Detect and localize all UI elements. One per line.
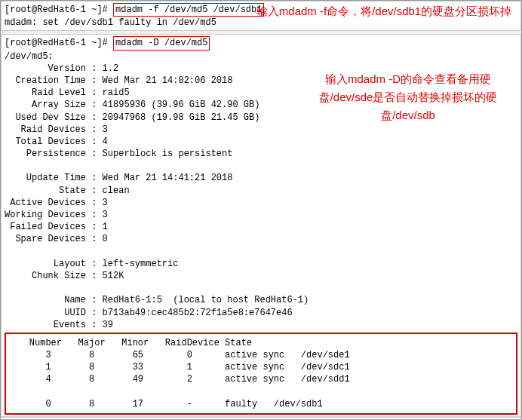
output-line: State : clean bbox=[5, 185, 517, 197]
command-text: mdadm -D /dev/md5 bbox=[115, 38, 207, 48]
final-prompt-line: [root@RedHat6-1 ~]# bbox=[1, 417, 521, 420]
output-line: UUID : b713ab49:cec485b2:72f1a5e8:e7647e… bbox=[5, 307, 517, 319]
annotation-1: 输入mdadm -f命令，将/dev/sdb1的硬盘分区损坏掉 bbox=[256, 2, 512, 20]
annotation-2: 输入mdadm -D的命令查看备用硬盘/dev/sde是否自动替换掉损坏的硬盘/… bbox=[302, 70, 514, 124]
shell-prompt: [root@RedHat6-1 ~]# bbox=[5, 38, 108, 48]
shell-prompt: [root@RedHat6-1 ~]# bbox=[5, 5, 108, 15]
output-line: Name : RedHat6-1:5 (local to host RedHat… bbox=[5, 294, 517, 306]
table-row: 1 8 33 1 active sync /dev/sdc1 bbox=[8, 361, 514, 373]
command-text: mdadm -f /dev/md5 /dev/sdb1 bbox=[115, 5, 262, 15]
output-line: Persistence : Superblock is persistent bbox=[5, 148, 517, 160]
table-row: 4 8 49 2 active sync /dev/sdd1 bbox=[8, 373, 514, 385]
output-line bbox=[5, 282, 517, 294]
table-row bbox=[8, 386, 514, 398]
table-header: Number Major Minor RaidDevice State bbox=[8, 337, 514, 349]
output-line: Layout : left-symmetric bbox=[5, 258, 517, 270]
command-box-2: mdadm -D /dev/md5 bbox=[113, 36, 210, 50]
output-line bbox=[5, 160, 517, 172]
output-line: Working Devices : 3 bbox=[5, 209, 517, 221]
output-line bbox=[5, 246, 517, 258]
device-line: /dev/md5: bbox=[5, 51, 517, 63]
output-line: Raid Devices : 3 bbox=[5, 124, 517, 136]
device-table-box: Number Major Minor RaidDevice State 3 8 … bbox=[5, 333, 517, 415]
table-row: 0 8 17 - faulty /dev/sdb1 bbox=[8, 398, 514, 410]
output-line: Failed Devices : 1 bbox=[5, 221, 517, 233]
output-line: Update Time : Wed Mar 21 14:41:21 2018 bbox=[5, 172, 517, 184]
output-line: Total Devices : 4 bbox=[5, 136, 517, 148]
output-line: Spare Devices : 0 bbox=[5, 233, 517, 245]
table-body: 3 8 65 0 active sync /dev/sde1 1 8 33 1 … bbox=[8, 349, 514, 410]
command-box-1: mdadm -f /dev/md5 /dev/sdb1 bbox=[113, 3, 264, 17]
table-row: 3 8 65 0 active sync /dev/sde1 bbox=[8, 349, 514, 361]
output-line: Events : 39 bbox=[5, 319, 517, 331]
output-line: Active Devices : 3 bbox=[5, 197, 517, 209]
output-line: Chunk Size : 512K bbox=[5, 270, 517, 282]
